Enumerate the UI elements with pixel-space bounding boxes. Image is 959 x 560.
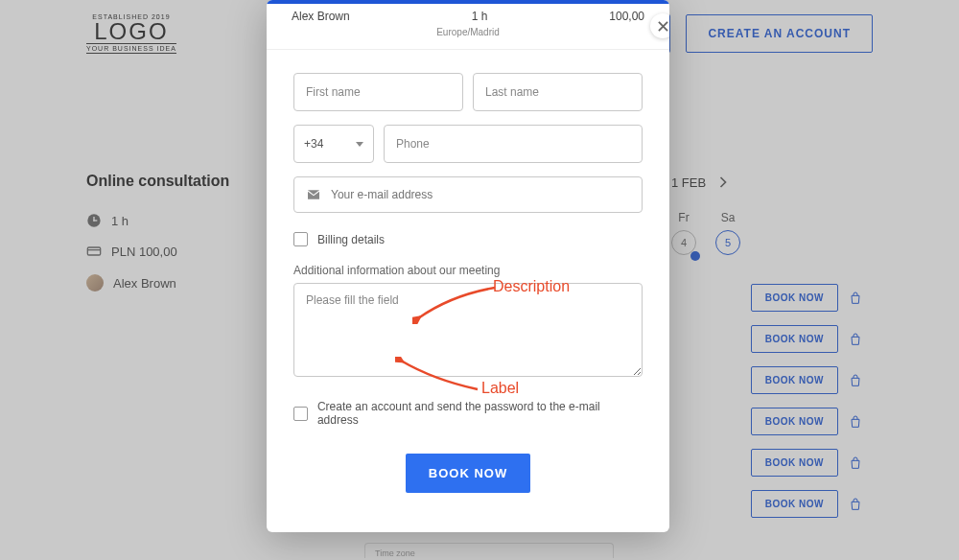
description-label: Additional information about our meeting <box>293 264 643 277</box>
booking-modal: Alex Brown 1 h 100,00 Europe/Madrid +34 <box>267 0 669 532</box>
billing-label: Billing details <box>317 233 385 246</box>
last-name-input[interactable] <box>473 73 643 111</box>
country-code-value: +34 <box>304 137 323 151</box>
country-code-select[interactable]: +34 <box>293 125 374 163</box>
email-icon <box>306 187 321 202</box>
chevron-down-icon <box>356 142 363 147</box>
email-input[interactable] <box>331 188 630 201</box>
create-account-checkbox[interactable] <box>293 407 308 421</box>
phone-input[interactable] <box>384 125 643 163</box>
close-icon <box>658 21 668 32</box>
create-account-label: Create an account and send the password … <box>317 400 643 427</box>
annotation-arrow-description <box>412 286 499 324</box>
book-now-button[interactable]: BOOK NOW <box>406 454 530 493</box>
annotation-label: Label <box>481 380 519 397</box>
modal-consultant: Alex Brown <box>292 10 350 23</box>
modal-timezone: Europe/Madrid <box>290 27 646 37</box>
modal-price: 100,00 <box>609 10 644 23</box>
modal-duration: 1 h <box>472 10 488 23</box>
close-button[interactable] <box>650 13 669 38</box>
annotation-arrow-label <box>395 357 481 395</box>
first-name-input[interactable] <box>293 73 463 111</box>
annotation-description: Description <box>493 278 570 295</box>
billing-checkbox[interactable] <box>293 232 308 246</box>
